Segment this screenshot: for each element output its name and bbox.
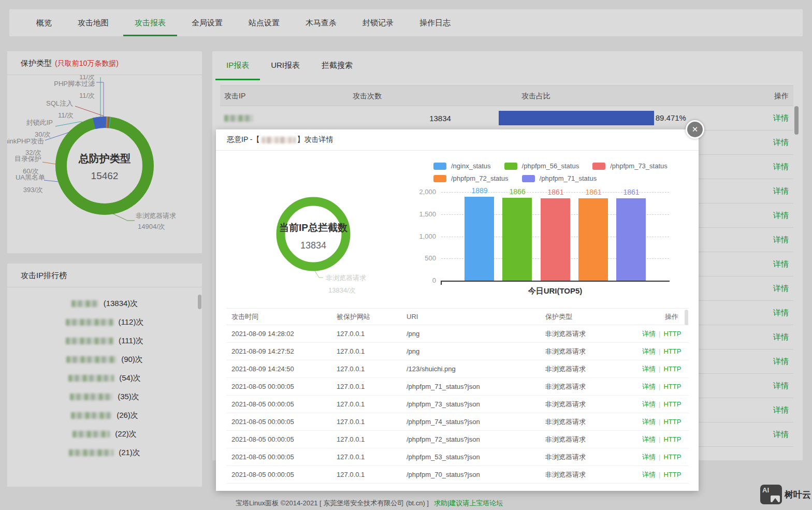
y-tick-label: 1,500: [413, 210, 436, 218]
http-link[interactable]: HTTP: [663, 400, 681, 408]
cell-site: 127.0.0.1: [331, 471, 401, 478]
bar-/nginx_status: [465, 197, 494, 281]
http-link[interactable]: HTTP: [663, 418, 681, 426]
cell-time: 2021-08-09 14:24:50: [226, 365, 331, 373]
col-attack-time: 攻击时间: [226, 312, 331, 322]
cell-type: 非浏览器请求: [540, 453, 637, 462]
action-separator: |: [659, 418, 660, 426]
cell-site: 127.0.0.1: [331, 400, 401, 408]
cell-type: 非浏览器请求: [540, 417, 637, 427]
cell-time: 2021-08-05 00:00:05: [226, 435, 331, 443]
cell-type: 非浏览器请求: [540, 470, 637, 479]
bar-value-label: 1861: [535, 188, 576, 196]
cell-actions: 详情|HTTP: [637, 453, 689, 462]
cell-type: 非浏览器请求: [540, 347, 637, 356]
attack-detail-modal: 恶意IP -【 】攻击详情 当前IP总拦截数 13834 非浏览器请求 1383…: [216, 129, 699, 491]
ip-block-donut-chart: 当前IP总拦截数 13834 非浏览器请求 13834/次: [257, 189, 413, 303]
cell-time: 2021-08-05 00:00:05: [226, 471, 331, 478]
cell-site: 127.0.0.1: [331, 365, 401, 373]
action-separator: |: [659, 400, 660, 408]
cell-type: 非浏览器请求: [540, 329, 637, 339]
y-tick-label: 2,000: [413, 188, 436, 196]
donut-ring: [281, 201, 346, 267]
cell-uri: /123/shuichi.png: [401, 365, 540, 373]
modal-scrollbar-thumb[interactable]: [685, 310, 688, 325]
detail-link[interactable]: 详情: [642, 347, 656, 355]
detail-link[interactable]: 详情: [642, 418, 656, 426]
detail-link[interactable]: 详情: [642, 383, 656, 390]
cell-uri: /png: [401, 347, 540, 355]
bar-value-label: 1861: [611, 188, 652, 196]
cell-time: 2021-08-05 00:00:05: [226, 453, 331, 461]
attack-log-row: 2021-08-05 00:00:05127.0.0.1/phpfpm_72_s…: [226, 431, 689, 448]
attack-log-row: 2021-08-09 14:28:02127.0.0.1/png非浏览器请求详情…: [226, 325, 689, 343]
cell-actions: 详情|HTTP: [637, 435, 689, 444]
modal-title-suffix: 】攻击详情: [297, 135, 334, 144]
uri-top5-chart: /nginx_status/phpfpm_56_status/phpfpm_73…: [413, 161, 682, 305]
detail-link[interactable]: 详情: [642, 400, 656, 408]
attack-log-row: 2021-08-05 00:00:05127.0.0.1/phpfpm_53_s…: [226, 448, 689, 466]
http-link[interactable]: HTTP: [663, 365, 681, 373]
cell-uri: /png: [401, 330, 540, 338]
bar-/phpfpm_73_status: [541, 198, 570, 281]
cell-time: 2021-08-05 00:00:05: [226, 418, 331, 426]
cell-uri: /phpfpm_53_status?json: [401, 453, 540, 461]
cell-type: 非浏览器请求: [540, 365, 637, 374]
app-root: 概览攻击地图攻击报表全局设置站点设置木马查杀封锁记录操作日志 保护类型(只取前1…: [0, 0, 812, 510]
http-link[interactable]: HTTP: [663, 471, 681, 478]
cell-actions: 详情|HTTP: [637, 417, 689, 427]
cell-uri: /phpfpm_72_status?json: [401, 435, 540, 443]
bar-/phpfpm_56_status: [502, 198, 532, 281]
action-separator: |: [659, 365, 660, 373]
http-link[interactable]: HTTP: [663, 330, 681, 338]
cell-uri: /phpfpm_70_status?json: [401, 471, 540, 478]
cell-type: 非浏览器请求: [540, 382, 637, 391]
cell-actions: 详情|HTTP: [637, 400, 689, 409]
attack-log-row: 2021-08-09 14:24:50127.0.0.1/123/shuichi…: [226, 360, 689, 378]
http-link[interactable]: HTTP: [663, 347, 681, 355]
action-separator: |: [659, 435, 660, 443]
cell-actions: 详情|HTTP: [637, 329, 689, 339]
cell-site: 127.0.0.1: [331, 435, 401, 443]
http-link[interactable]: HTTP: [663, 383, 681, 390]
cell-type: 非浏览器请求: [540, 400, 637, 409]
x-axis-tick: [441, 281, 442, 285]
detail-link[interactable]: 详情: [642, 365, 656, 373]
col-actions: 操作: [637, 312, 689, 322]
cell-site: 127.0.0.1: [331, 330, 401, 338]
cell-uri: /phpfpm_74_status?json: [401, 418, 540, 426]
bar-value-label: 1889: [459, 186, 500, 195]
cell-site: 127.0.0.1: [331, 383, 401, 390]
cell-time: 2021-08-09 14:28:02: [226, 330, 331, 338]
col-protected-site: 被保护网站: [331, 312, 401, 322]
detail-link[interactable]: 详情: [642, 330, 656, 338]
x-axis-line: [441, 281, 670, 282]
http-link[interactable]: HTTP: [663, 453, 681, 461]
close-icon[interactable]: ✕: [686, 120, 704, 139]
cell-actions: 详情|HTTP: [637, 365, 689, 374]
detail-link[interactable]: 详情: [642, 471, 656, 478]
cell-actions: 详情|HTTP: [637, 347, 689, 356]
attack-log-table: 攻击时间 被保护网站 URI 保护类型 操作 2021-08-09 14:28:…: [226, 308, 689, 484]
cell-type: 非浏览器请求: [540, 435, 637, 444]
action-separator: |: [659, 383, 660, 390]
attack-log-row: 2021-08-05 00:00:05127.0.0.1/phpfpm_74_s…: [226, 413, 689, 431]
donut-center-label: 当前IP总拦截数: [279, 222, 348, 233]
cell-time: 2021-08-05 00:00:05: [226, 400, 331, 408]
modal-title-prefix: 恶意IP -【: [227, 135, 260, 144]
detail-link[interactable]: 详情: [642, 435, 656, 443]
cell-site: 127.0.0.1: [331, 453, 401, 461]
detail-link[interactable]: 详情: [642, 453, 656, 461]
donut-callout-value: 13834/次: [328, 286, 356, 294]
attack-log-header: 攻击时间 被保护网站 URI 保护类型 操作: [226, 308, 689, 325]
http-link[interactable]: HTTP: [663, 435, 681, 443]
modal-ip-redacted: [262, 137, 296, 143]
modal-title: 恶意IP -【 】攻击详情: [216, 129, 699, 151]
action-separator: |: [659, 453, 660, 461]
y-tick-label: 0: [413, 276, 436, 284]
attack-log-row: 2021-08-05 00:00:05127.0.0.1/phpfpm_70_s…: [226, 466, 689, 484]
bar-value-label: 1861: [573, 188, 614, 196]
cell-actions: 详情|HTTP: [637, 382, 689, 391]
attack-log-body: 2021-08-09 14:28:02127.0.0.1/png非浏览器请求详情…: [226, 325, 689, 484]
chart-title: 今日URI(TOP5): [441, 286, 669, 296]
